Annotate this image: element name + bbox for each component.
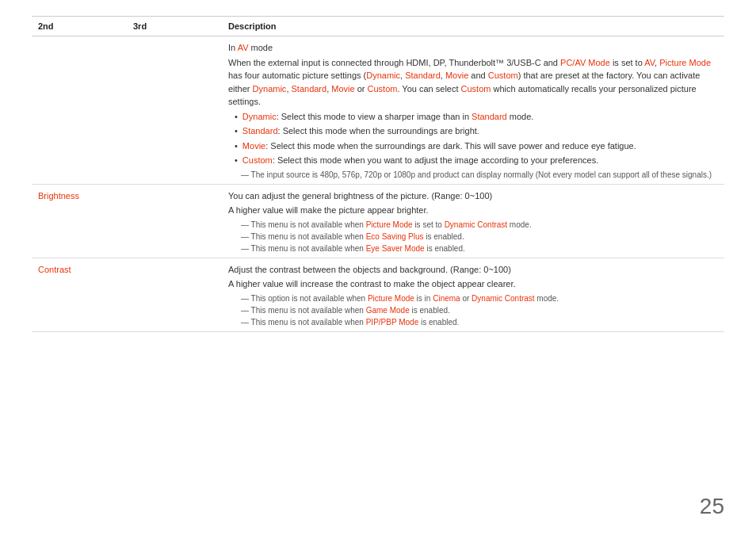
cinema-link: Cinema (433, 294, 460, 303)
custom-link1: Custom (488, 71, 518, 80)
cell-2nd-contrast: Contrast (32, 258, 127, 331)
cell-2nd-brightness: Brightness (32, 184, 127, 258)
bullet-dot-2: • (235, 124, 238, 138)
eco-saving-link: Eco Saving Plus (366, 232, 424, 241)
desc-cell-brightness: You can adjust the general brightness of… (222, 184, 724, 258)
contrast-range: Adjust the contrast between the objects … (228, 263, 718, 277)
brightness-section: Brightness You can adjust the general br… (32, 184, 724, 258)
picture-mode-section: In AV mode When the external input is co… (32, 36, 724, 185)
bullet-standard: • Standard: Select this mode when the su… (228, 124, 718, 138)
bullet-dot-1: • (235, 110, 238, 124)
dynamic-link1: Dynamic (366, 71, 400, 80)
contrast-section: Contrast Adjust the contrast between the… (32, 258, 724, 331)
header-3rd: 3rd (127, 17, 222, 36)
desc-cell-picturemode: In AV mode When the external input is co… (222, 36, 724, 185)
movie-bullet-link: Movie (242, 141, 265, 151)
cell-3rd-brightness (127, 184, 222, 258)
bullet-custom: • Custom: Select this mode when you want… (228, 154, 718, 167)
dynamic-link2: Dynamic (253, 84, 287, 94)
cell-3rd-picturemode (127, 36, 222, 185)
contrast-note2: This menu is not available when Game Mod… (228, 304, 718, 316)
contrast-desc: A higher value will increase the contras… (228, 277, 718, 291)
contrast-note3: This menu is not available when PIP/PBP … (228, 316, 718, 328)
dynamic-contrast-link2: Dynamic Contrast (472, 294, 534, 303)
picture-mode-note: The input source is 480p, 576p, 720p or … (228, 169, 718, 181)
brightness-note1: This menu is not available when Picture … (228, 219, 718, 231)
brightness-range: You can adjust the general brightness of… (228, 189, 718, 203)
bullet-dot-3: • (235, 139, 238, 153)
picture-mode-desc: When the external input is connected thr… (228, 56, 718, 109)
av-link: AV (238, 43, 249, 52)
cell-2nd-picturemode (32, 36, 127, 185)
picture-mode-link3: Picture Mode (368, 294, 414, 303)
standard-bullet-link2: Standard (242, 126, 278, 136)
brightness-note2: This menu is not available when Eco Savi… (228, 231, 718, 243)
picture-mode-link: Picture Mode (659, 58, 711, 67)
brightness-desc: A higher value will make the picture app… (228, 204, 718, 217)
movie-link2: Movie (331, 84, 354, 94)
header-desc: Description (222, 17, 724, 36)
header-2nd: 2nd (32, 17, 127, 36)
bullet-dot-4: • (235, 154, 238, 167)
picture-mode-link2: Picture Mode (366, 220, 413, 229)
pcav-mode-link: PC/AV Mode (560, 58, 610, 67)
bullet-standard-text: Standard: Select this mode when the surr… (242, 124, 479, 138)
brightness-note3: This menu is not available when Eye Save… (228, 243, 718, 254)
bullet-movie: • Movie: Select this mode when the surro… (228, 139, 718, 153)
bullet-dynamic: • Dynamic: Select this mode to view a sh… (228, 110, 718, 124)
standard-bullet-link: Standard (472, 112, 507, 121)
av-mode-line: In AV mode (228, 41, 718, 55)
bottom-border-row (32, 331, 724, 332)
dynamic-bullet-link: Dynamic (242, 112, 277, 121)
page-number: 25 (700, 494, 724, 519)
movie-link1: Movie (445, 71, 468, 80)
eye-saver-link: Eye Saver Mode (366, 244, 425, 253)
cell-3rd-contrast (127, 258, 222, 331)
standard-link1: Standard (405, 71, 441, 80)
custom-link3: Custom (461, 84, 491, 94)
dynamic-contrast-link1: Dynamic Contrast (445, 220, 507, 229)
contrast-note1: This option is not available when Pictur… (228, 292, 718, 304)
custom-link2: Custom (368, 84, 398, 94)
standard-link2: Standard (292, 84, 327, 94)
desc-cell-contrast: Adjust the contrast between the objects … (222, 258, 724, 331)
av-link2: AV (644, 58, 655, 67)
game-mode-link: Game Mode (366, 306, 410, 315)
bullet-dynamic-text: Dynamic: Select this mode to view a shar… (242, 110, 534, 124)
bullet-custom-text: Custom: Select this mode when you want t… (242, 154, 598, 167)
bullet-movie-text: Movie: Select this mode when the surroun… (242, 139, 636, 153)
custom-bullet-link: Custom (242, 155, 273, 165)
pip-pbp-link: PIP/PBP Mode (366, 318, 419, 327)
